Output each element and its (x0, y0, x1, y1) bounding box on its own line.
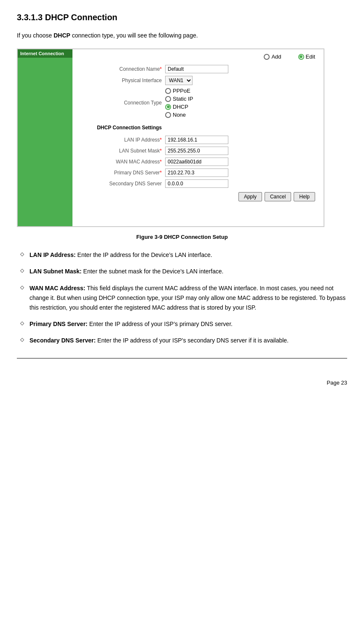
dhcp-settings-header-row: DHCP Connection Settings (81, 120, 315, 133)
footer-divider (17, 358, 347, 358)
wan-mac-input[interactable] (165, 158, 228, 166)
secondary-dns-input[interactable] (165, 179, 228, 188)
edit-label: Edit (306, 53, 315, 60)
lan-subnet-input[interactable] (165, 147, 228, 155)
bullet-primary-dns-term: Primary DNS Server: (29, 321, 88, 327)
lan-ip-row: LAN IP Address* (81, 136, 315, 144)
primary-dns-input[interactable] (165, 168, 228, 177)
static-ip-radio (165, 96, 171, 102)
connection-type-row: Connection Type PPPoE Static IP DHCP Non… (81, 88, 315, 118)
physical-interface-row: Physical Interface WAN1 (81, 76, 315, 85)
apply-button[interactable]: Apply (238, 192, 262, 201)
bullet-wan-mac: WAN MAC Address: This field displays the… (17, 283, 347, 313)
physical-interface-label: Physical Interface (81, 78, 165, 83)
bullet-secondary-dns-term: Secondary DNS Server: (29, 337, 96, 344)
bullet-lan-ip: LAN IP Address: Enter the IP address for… (17, 250, 347, 260)
connection-type-block: PPPoE Static IP DHCP None (165, 88, 193, 118)
primary-dns-row: Primary DNS Server* (81, 168, 315, 177)
edit-radio-circle (298, 54, 304, 60)
top-buttons-row: Add Edit (81, 53, 315, 60)
none-option[interactable]: None (165, 112, 193, 118)
physical-interface-select[interactable]: WAN1 (165, 76, 193, 85)
form-panel: Add Edit Connection Name* Physical Inter… (72, 49, 324, 226)
static-ip-option[interactable]: Static IP (165, 96, 193, 102)
add-radio-circle (264, 54, 270, 60)
dhcp-option[interactable]: DHCP (165, 104, 193, 110)
figure-caption: Figure 3-9 DHCP Connection Setup (17, 234, 347, 240)
bullet-primary-dns: Primary DNS Server: Enter the IP address… (17, 319, 347, 329)
add-option[interactable]: Add (264, 53, 281, 60)
edit-option[interactable]: Edit (298, 53, 315, 60)
primary-dns-label: Primary DNS Server* (81, 170, 165, 176)
intro-paragraph: If you choose DHCP connection type, you … (17, 31, 347, 40)
lan-ip-input[interactable] (165, 136, 228, 144)
sidebar-label: Internet Connection (18, 49, 72, 58)
bullet-wan-mac-term: WAN MAC Address: (29, 285, 86, 291)
dhcp-settings-header: DHCP Connection Settings (81, 125, 165, 131)
secondary-dns-row: Secondary DNS Server (81, 179, 315, 188)
bullet-lan-ip-text: Enter the IP address for the Device’s LA… (76, 251, 212, 258)
bullet-secondary-dns-text: Enter the IP address of your ISP’s secon… (96, 337, 289, 344)
sidebar-green: Internet Connection (18, 49, 72, 226)
connection-name-input[interactable] (165, 65, 228, 73)
static-ip-label: Static IP (173, 96, 193, 102)
none-radio (165, 112, 171, 118)
lan-subnet-label: LAN Subnet Mask* (81, 148, 165, 154)
intro-bold: DHCP (54, 32, 70, 39)
bullet-lan-subnet: LAN Subnet Mask: Enter the subnet mask f… (17, 267, 347, 276)
pppoe-label: PPPoE (173, 88, 190, 94)
connection-name-label: Connection Name* (81, 66, 165, 72)
dhcp-label: DHCP (173, 104, 188, 110)
help-button[interactable]: Help (294, 192, 315, 201)
page-number: Page 23 (17, 375, 347, 386)
none-label: None (173, 112, 186, 118)
wan-mac-row: WAN MAC Address* (81, 158, 315, 166)
bullet-lan-subnet-term: LAN Subnet Mask: (29, 268, 82, 275)
cancel-button[interactable]: Cancel (265, 192, 291, 201)
bullet-lan-ip-term: LAN IP Address: (29, 251, 76, 258)
secondary-dns-label: Secondary DNS Server (81, 181, 165, 187)
pppoe-radio (165, 88, 171, 94)
lan-ip-label: LAN IP Address* (81, 137, 165, 143)
figure-container: Internet Connection Add Edit Connection … (17, 48, 324, 227)
bullet-primary-dns-text: Enter the IP address of your ISP’s prima… (88, 321, 233, 327)
connection-name-row: Connection Name* (81, 65, 315, 73)
lan-subnet-row: LAN Subnet Mask* (81, 147, 315, 155)
add-label: Add (271, 53, 281, 60)
wan-mac-label: WAN MAC Address* (81, 159, 165, 165)
dhcp-radio (165, 104, 171, 110)
intro-rest: connection type, you will see the follow… (70, 32, 198, 39)
page-heading: 3.3.1.3 DHCP Connection (17, 13, 347, 22)
bullet-secondary-dns: Secondary DNS Server: Enter the IP addre… (17, 336, 347, 345)
form-button-row: Apply Cancel Help (81, 192, 315, 201)
intro-text: If you choose (17, 32, 54, 39)
bullet-lan-subnet-text: Enter the subnet mask for the Device’s L… (82, 268, 224, 275)
connection-type-label: Connection Type (81, 100, 165, 106)
pppoe-option[interactable]: PPPoE (165, 88, 193, 94)
